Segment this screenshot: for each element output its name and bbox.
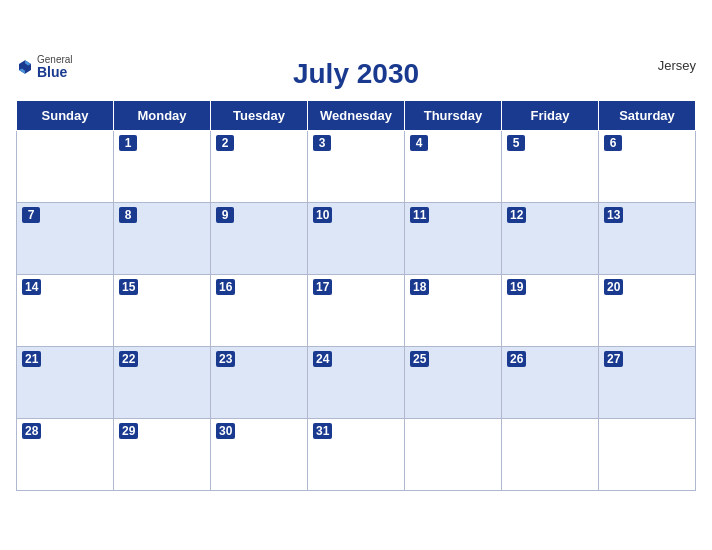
calendar-day-cell: 20: [599, 274, 696, 346]
day-number: 23: [216, 351, 235, 367]
calendar-week-row: 21222324252627: [17, 346, 696, 418]
calendar-day-cell: 5: [502, 130, 599, 202]
calendar-title: July 2030: [293, 58, 419, 90]
day-number: 20: [604, 279, 623, 295]
day-number: 18: [410, 279, 429, 295]
calendar-day-cell: [502, 418, 599, 490]
day-number: 17: [313, 279, 332, 295]
calendar-day-cell: 24: [308, 346, 405, 418]
calendar-day-cell: 14: [17, 274, 114, 346]
calendar-day-cell: 22: [114, 346, 211, 418]
calendar-day-cell: 12: [502, 202, 599, 274]
calendar-day-cell: 28: [17, 418, 114, 490]
calendar-day-cell: 7: [17, 202, 114, 274]
calendar-day-cell: 27: [599, 346, 696, 418]
calendar-day-cell: 18: [405, 274, 502, 346]
day-number: 6: [604, 135, 622, 151]
header-friday: Friday: [502, 100, 599, 130]
weekday-header-row: Sunday Monday Tuesday Wednesday Thursday…: [17, 100, 696, 130]
calendar-day-cell: [599, 418, 696, 490]
calendar-day-cell: 4: [405, 130, 502, 202]
day-number: 14: [22, 279, 41, 295]
day-number: 21: [22, 351, 41, 367]
calendar-day-cell: 26: [502, 346, 599, 418]
day-number: 29: [119, 423, 138, 439]
calendar-week-row: 78910111213: [17, 202, 696, 274]
day-number: 26: [507, 351, 526, 367]
day-number: 19: [507, 279, 526, 295]
header-tuesday: Tuesday: [211, 100, 308, 130]
day-number: 12: [507, 207, 526, 223]
day-number: 11: [410, 207, 429, 223]
day-number: 8: [119, 207, 137, 223]
calendar-wrapper: General Blue July 2030 Jersey Sunday Mon…: [0, 44, 712, 507]
header-wednesday: Wednesday: [308, 100, 405, 130]
header-thursday: Thursday: [405, 100, 502, 130]
day-number: 9: [216, 207, 234, 223]
calendar-day-cell: 29: [114, 418, 211, 490]
calendar-week-row: 123456: [17, 130, 696, 202]
calendar-day-cell: 19: [502, 274, 599, 346]
calendar-day-cell: [405, 418, 502, 490]
calendar-week-row: 14151617181920: [17, 274, 696, 346]
calendar-day-cell: 25: [405, 346, 502, 418]
header-sunday: Sunday: [17, 100, 114, 130]
day-number: 7: [22, 207, 40, 223]
day-number: 13: [604, 207, 623, 223]
calendar-day-cell: 1: [114, 130, 211, 202]
region-label: Jersey: [658, 58, 696, 73]
calendar-day-cell: 23: [211, 346, 308, 418]
day-number: 2: [216, 135, 234, 151]
general-blue-logo-icon: [16, 58, 34, 76]
calendar-day-cell: 17: [308, 274, 405, 346]
day-number: 16: [216, 279, 235, 295]
day-number: 15: [119, 279, 138, 295]
day-number: 4: [410, 135, 428, 151]
header-monday: Monday: [114, 100, 211, 130]
day-number: 22: [119, 351, 138, 367]
day-number: 10: [313, 207, 332, 223]
calendar-day-cell: 16: [211, 274, 308, 346]
logo-area: General Blue: [16, 54, 73, 80]
day-number: 27: [604, 351, 623, 367]
calendar-day-cell: [17, 130, 114, 202]
calendar-day-cell: 10: [308, 202, 405, 274]
calendar-day-cell: 21: [17, 346, 114, 418]
calendar-day-cell: 3: [308, 130, 405, 202]
calendar-day-cell: 15: [114, 274, 211, 346]
logo-general-text: General: [37, 54, 73, 65]
calendar-week-row: 28293031: [17, 418, 696, 490]
calendar-day-cell: 8: [114, 202, 211, 274]
day-number: 30: [216, 423, 235, 439]
calendar-day-cell: 13: [599, 202, 696, 274]
calendar-day-cell: 11: [405, 202, 502, 274]
calendar-day-cell: 6: [599, 130, 696, 202]
header-saturday: Saturday: [599, 100, 696, 130]
day-number: 31: [313, 423, 332, 439]
day-number: 3: [313, 135, 331, 151]
day-number: 5: [507, 135, 525, 151]
day-number: 25: [410, 351, 429, 367]
calendar-day-cell: 30: [211, 418, 308, 490]
calendar-table: Sunday Monday Tuesday Wednesday Thursday…: [16, 100, 696, 491]
day-number: 24: [313, 351, 332, 367]
calendar-day-cell: 9: [211, 202, 308, 274]
day-number: 28: [22, 423, 41, 439]
calendar-header: General Blue July 2030 Jersey: [16, 54, 696, 94]
calendar-day-cell: 2: [211, 130, 308, 202]
logo-blue-text: Blue: [37, 65, 73, 80]
day-number: 1: [119, 135, 137, 151]
calendar-day-cell: 31: [308, 418, 405, 490]
